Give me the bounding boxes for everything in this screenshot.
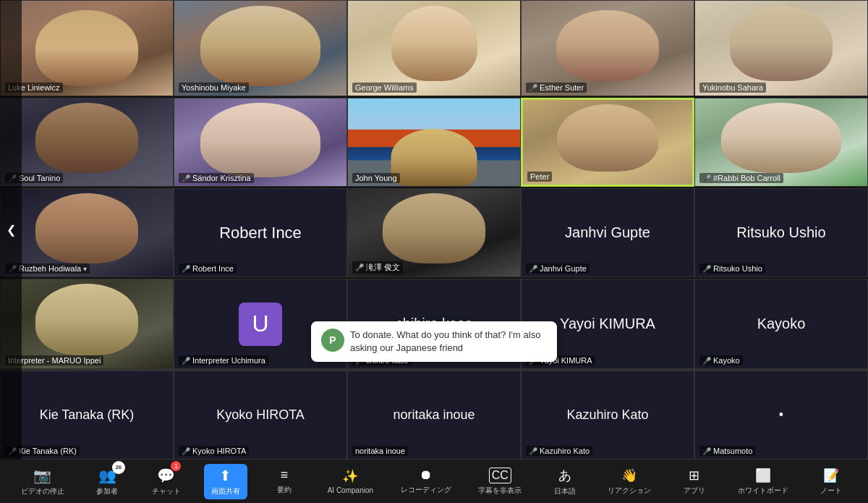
participant-kazuhiro[interactable]: Kazuhiro Kato 🎤 Kazuhiro Kato — [521, 371, 694, 460]
name-label-robert: 🎤 Robert Ince — [179, 263, 237, 274]
participant-peter[interactable]: Peter — [521, 98, 694, 187]
name-label-takizawa: 🎤 滝澤 俊文 — [352, 261, 403, 274]
participant-kayoko[interactable]: Kayoko 🎤 Kayoko — [694, 279, 868, 369]
toolbar: 📷 ビデオの停止 👥 26 参加者 💬 1 チャット ⬆ 画面共有 ≡ — [0, 460, 868, 503]
participant-george[interactable]: George Williams — [347, 0, 521, 96]
mic-icon-uchimura: 🎤 — [182, 357, 190, 365]
sidebar-expand-icon[interactable]: ❮ — [7, 223, 16, 237]
apps-label: アプリ — [684, 486, 705, 496]
participant-soul[interactable]: 🎤 Soul Tanino — [0, 98, 174, 187]
toolbar-participants[interactable]: 👥 26 参加者 — [85, 464, 129, 499]
name-label-janhvi: 🎤 Janhvi Gupte — [526, 263, 590, 274]
participant-kie[interactable]: Kie Tanaka (RK) 🎤 Kie Tanaka (RK) — [0, 371, 174, 460]
row-1: Luke Liniewicz Yoshinobu Miyake George W… — [0, 0, 868, 98]
participant-john[interactable]: John Young — [347, 98, 521, 187]
participant-esther[interactable]: 🎤 Esther Suter — [521, 0, 694, 96]
participant-robert[interactable]: Robert Ince 🎤 Robert Ince — [174, 188, 347, 277]
toolbar-share[interactable]: ⬆ 画面共有 — [204, 464, 247, 499]
participants-badge: 26 — [112, 461, 125, 474]
recording-label: レコーディング — [401, 485, 451, 495]
name-label-matsumoto: 🎤 Matsumoto — [699, 446, 755, 456]
participant-takizawa[interactable]: 🎤 滝澤 俊文 — [347, 188, 521, 277]
name-text-kayoko: Kayoko — [713, 356, 740, 365]
toolbar-summary[interactable]: ≡ 要約 — [263, 465, 306, 498]
mic-icon-esther: 🎤 — [529, 84, 537, 92]
name-label-john: John Young — [352, 173, 400, 183]
mic-icon-janhvi: 🎤 — [529, 265, 537, 273]
toolbar-reactions[interactable]: 👋 リアクション — [602, 465, 657, 499]
video-grid: Luke Liniewicz Yoshinobu Miyake George W… — [0, 0, 868, 460]
name-label-noritaka: noritaka inoue — [352, 446, 408, 456]
name-label-esther: 🎤 Esther Suter — [526, 83, 587, 93]
toolbar-apps[interactable]: ⊞ アプリ — [673, 465, 716, 499]
display-name-ritsuko: Ritsuko Ushio — [736, 224, 825, 241]
row-5: Kie Tanaka (RK) 🎤 Kie Tanaka (RK) Kyoko … — [0, 369, 868, 460]
summary-icon: ≡ — [281, 468, 289, 483]
video-feed-yukinobu — [695, 1, 867, 96]
apps-icon: ⊞ — [689, 468, 699, 483]
name-text-uchimura: Interpreter Uchimura — [192, 356, 265, 365]
participant-noritaka[interactable]: noritaka inoue noritaka inoue — [347, 371, 521, 460]
name-text-yukinobu: Yukinobu Sahara — [702, 83, 763, 92]
name-text-robert: Robert Ince — [192, 264, 234, 273]
mic-icon-kazuhiro: 🎤 — [529, 447, 537, 455]
participant-rabbi[interactable]: 🎤 #Rabbi Bob Carroll — [694, 98, 868, 187]
left-sidebar-toggle[interactable]: ❮ — [0, 0, 22, 460]
participant-ritsuko[interactable]: Ritsuko Ushio 🎤 Ritsuko Ushio — [694, 188, 868, 277]
whiteboard-icon: ⬜ — [755, 468, 771, 483]
row-3: 🎤 Ruzbeh Hodiwala ▾ Robert Ince 🎤 Robert… — [0, 188, 868, 279]
name-text-ruzbeh: Ruzbeh Hodiwala — [19, 264, 81, 273]
chat-message: To donate. What do you think of that? I'… — [350, 329, 547, 355]
toolbar-captions[interactable]: CC 字幕を非表示 — [472, 465, 527, 499]
display-name-kayoko: Kayoko — [757, 316, 806, 332]
share-label: 画面共有 — [211, 486, 240, 496]
participant-yukinobu[interactable]: Yukinobu Sahara — [694, 0, 868, 96]
captions-icon: CC — [489, 468, 511, 483]
participant-kyoko[interactable]: Kyoko HIROTA 🎤 Kyoko HIROTA — [174, 371, 347, 460]
participant-luke[interactable]: Luke Liniewicz — [0, 0, 174, 96]
toolbar-chat[interactable]: 💬 1 チャット — [145, 464, 188, 499]
japanese-icon: あ — [558, 467, 571, 484]
notes-label: ノート — [820, 486, 842, 496]
participant-sandor[interactable]: 🎤 Sándor Krisztina — [174, 98, 347, 187]
display-name-kie: Kie Tanaka (RK) — [40, 407, 135, 423]
participant-matsumoto[interactable]: • 🎤 Matsumoto — [694, 371, 868, 460]
name-text-kyoko: Kyoko HIROTA — [192, 447, 246, 455]
toolbar-japanese[interactable]: あ 日本語 — [543, 464, 587, 499]
name-label-ritsuko: 🎤 Ritsuko Ushio — [699, 263, 765, 274]
name-text-esther: Esther Suter — [540, 83, 584, 92]
captions-label: 字幕を非表示 — [478, 486, 522, 496]
name-text-janhvi: Janhvi Gupte — [540, 264, 587, 273]
chat-icon: 💬 1 — [157, 467, 175, 484]
row-2: 🎤 Soul Tanino 🎤 Sándor Krisztina — [0, 98, 868, 188]
video-icon: 📷 — [33, 467, 51, 484]
chat-label: チャット — [152, 486, 181, 496]
toolbar-video[interactable]: 📷 ビデオの停止 — [15, 464, 70, 499]
name-label-kayoko: 🎤 Kayoko — [699, 355, 743, 365]
name-text-george: George Williams — [355, 83, 414, 92]
name-text-sandor: Sándor Krisztina — [192, 174, 251, 182]
toolbar-ai[interactable]: ✨ AI Companion — [322, 465, 379, 497]
participant-ruzbeh[interactable]: 🎤 Ruzbeh Hodiwala ▾ — [0, 188, 174, 277]
toolbar-recording[interactable]: ⏺ レコーディング — [395, 465, 457, 498]
name-label-kyoko: 🎤 Kyoko HIROTA — [179, 446, 249, 456]
name-label-kazuhiro: 🎤 Kazuhiro Kato — [526, 446, 592, 456]
toolbar-notes[interactable]: 📝 ノート — [809, 465, 853, 499]
name-text-ritsuko: Ritsuko Ushio — [713, 264, 762, 273]
mic-icon-takizawa: 🎤 — [355, 263, 364, 271]
video-label: ビデオの停止 — [21, 486, 64, 496]
chat-bubble: P To donate. What do you think of that? … — [311, 321, 557, 362]
participant-interpreter[interactable]: Interpreter - MARUO Ippei — [0, 279, 174, 369]
ai-label: AI Companion — [328, 486, 373, 494]
display-name-janhvi: Janhvi Gupte — [565, 224, 650, 241]
avatar-uchimura: U — [239, 303, 282, 346]
participant-yoshinobu[interactable]: Yoshinobu Miyake — [174, 0, 347, 96]
name-label-yukinobu: Yukinobu Sahara — [699, 83, 766, 93]
name-text-rabbi: #Rabbi Bob Carroll — [713, 174, 780, 182]
participant-janhvi[interactable]: Janhvi Gupte 🎤 Janhvi Gupte — [521, 188, 694, 277]
mic-icon-robert: 🎤 — [182, 265, 190, 273]
recording-icon: ⏺ — [420, 468, 433, 483]
name-label-peter: Peter — [527, 172, 552, 182]
toolbar-whiteboard[interactable]: ⬜ ホワイトボード — [732, 465, 794, 499]
name-text-kie: Kie Tanaka (RK) — [19, 447, 77, 455]
